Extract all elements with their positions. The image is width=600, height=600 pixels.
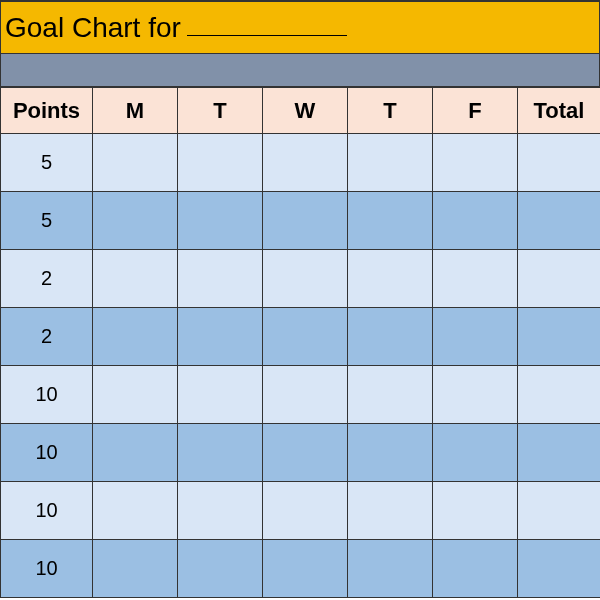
day-cell[interactable] bbox=[433, 250, 518, 308]
col-header-thu[interactable]: T bbox=[348, 88, 433, 134]
day-cell[interactable] bbox=[263, 192, 348, 250]
total-cell[interactable] bbox=[518, 134, 601, 192]
day-cell[interactable] bbox=[178, 540, 263, 598]
day-cell[interactable] bbox=[178, 482, 263, 540]
total-cell[interactable] bbox=[518, 482, 601, 540]
points-cell[interactable]: 2 bbox=[1, 250, 93, 308]
day-cell[interactable] bbox=[433, 482, 518, 540]
title-bar: Goal Chart for bbox=[0, 0, 600, 54]
day-cell[interactable] bbox=[93, 250, 178, 308]
total-cell[interactable] bbox=[518, 250, 601, 308]
total-cell[interactable] bbox=[518, 366, 601, 424]
points-cell[interactable]: 2 bbox=[1, 308, 93, 366]
header-spacer bbox=[0, 54, 600, 87]
day-cell[interactable] bbox=[178, 192, 263, 250]
total-cell[interactable] bbox=[518, 192, 601, 250]
day-cell[interactable] bbox=[348, 134, 433, 192]
col-header-wed[interactable]: W bbox=[263, 88, 348, 134]
day-cell[interactable] bbox=[263, 250, 348, 308]
header-row: Points M T W T F Total bbox=[1, 88, 601, 134]
title-name-blank[interactable] bbox=[187, 19, 347, 36]
day-cell[interactable] bbox=[178, 308, 263, 366]
day-cell[interactable] bbox=[263, 424, 348, 482]
total-cell[interactable] bbox=[518, 540, 601, 598]
day-cell[interactable] bbox=[263, 540, 348, 598]
points-cell[interactable]: 5 bbox=[1, 192, 93, 250]
points-cell[interactable]: 10 bbox=[1, 424, 93, 482]
points-cell[interactable]: 10 bbox=[1, 482, 93, 540]
points-cell[interactable]: 5 bbox=[1, 134, 93, 192]
day-cell[interactable] bbox=[433, 192, 518, 250]
table-row: 10 bbox=[1, 366, 601, 424]
total-cell[interactable] bbox=[518, 424, 601, 482]
table-row: 10 bbox=[1, 482, 601, 540]
day-cell[interactable] bbox=[178, 424, 263, 482]
day-cell[interactable] bbox=[348, 540, 433, 598]
day-cell[interactable] bbox=[93, 424, 178, 482]
day-cell[interactable] bbox=[263, 366, 348, 424]
table-row: 5 bbox=[1, 192, 601, 250]
col-header-mon[interactable]: M bbox=[93, 88, 178, 134]
table-row: 10 bbox=[1, 424, 601, 482]
day-cell[interactable] bbox=[263, 482, 348, 540]
col-header-total[interactable]: Total bbox=[518, 88, 601, 134]
col-header-points[interactable]: Points bbox=[1, 88, 93, 134]
points-cell[interactable]: 10 bbox=[1, 540, 93, 598]
day-cell[interactable] bbox=[348, 366, 433, 424]
points-cell[interactable]: 10 bbox=[1, 366, 93, 424]
col-header-tue[interactable]: T bbox=[178, 88, 263, 134]
day-cell[interactable] bbox=[433, 134, 518, 192]
day-cell[interactable] bbox=[348, 482, 433, 540]
day-cell[interactable] bbox=[433, 424, 518, 482]
day-cell[interactable] bbox=[433, 308, 518, 366]
day-cell[interactable] bbox=[348, 308, 433, 366]
day-cell[interactable] bbox=[348, 250, 433, 308]
goal-chart-sheet: Goal Chart for Points M T W T F Total 55… bbox=[0, 0, 600, 600]
table-row: 10 bbox=[1, 540, 601, 598]
goal-table: Points M T W T F Total 552210101010 bbox=[0, 87, 600, 598]
day-cell[interactable] bbox=[93, 192, 178, 250]
day-cell[interactable] bbox=[348, 192, 433, 250]
day-cell[interactable] bbox=[263, 134, 348, 192]
table-row: 5 bbox=[1, 134, 601, 192]
day-cell[interactable] bbox=[178, 134, 263, 192]
day-cell[interactable] bbox=[433, 366, 518, 424]
day-cell[interactable] bbox=[263, 308, 348, 366]
title-text: Goal Chart for bbox=[5, 12, 181, 44]
col-header-fri[interactable]: F bbox=[433, 88, 518, 134]
day-cell[interactable] bbox=[93, 482, 178, 540]
table-row: 2 bbox=[1, 308, 601, 366]
day-cell[interactable] bbox=[433, 540, 518, 598]
day-cell[interactable] bbox=[93, 308, 178, 366]
day-cell[interactable] bbox=[348, 424, 433, 482]
table-row: 2 bbox=[1, 250, 601, 308]
day-cell[interactable] bbox=[178, 366, 263, 424]
day-cell[interactable] bbox=[93, 134, 178, 192]
day-cell[interactable] bbox=[93, 366, 178, 424]
total-cell[interactable] bbox=[518, 308, 601, 366]
day-cell[interactable] bbox=[178, 250, 263, 308]
day-cell[interactable] bbox=[93, 540, 178, 598]
